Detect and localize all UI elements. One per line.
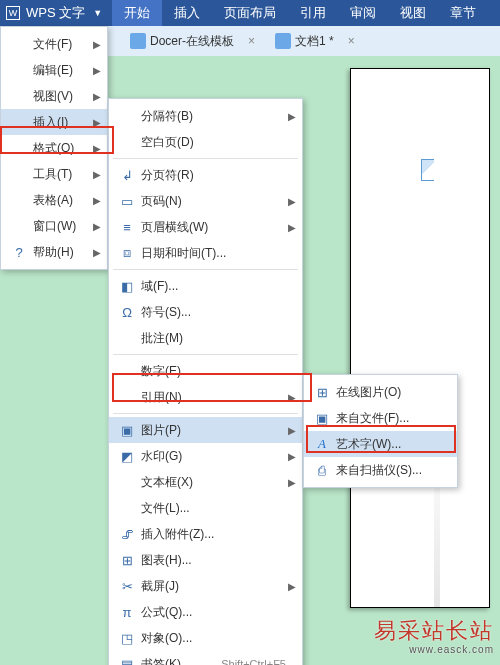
- main-menu-item-5[interactable]: 工具(T)▶: [1, 161, 107, 187]
- chevron-right-icon: ▶: [93, 195, 101, 206]
- tab-view[interactable]: 视图: [388, 0, 438, 26]
- doc-icon-2: [275, 33, 291, 49]
- insert-item-21[interactable]: ✂截屏(J)▶: [109, 573, 302, 599]
- main-menu-item-7[interactable]: 窗口(W)▶: [1, 213, 107, 239]
- ↲-icon: ↲: [117, 168, 137, 183]
- insert-label-13: 引用(N): [137, 389, 288, 406]
- insert-item-4[interactable]: ▭页码(N)▶: [109, 188, 302, 214]
- main-menu-label-2: 视图(V): [29, 88, 93, 105]
- doc-tab-1[interactable]: 文档1 *: [295, 33, 334, 50]
- main-menu-item-4[interactable]: 格式(O)▶: [1, 135, 107, 161]
- tab-insert[interactable]: 插入: [162, 0, 212, 26]
- tab-ref[interactable]: 引用: [288, 0, 338, 26]
- insert-label-24: 书签(K)...: [137, 656, 221, 666]
- insert-item-10[interactable]: 批注(M): [109, 325, 302, 351]
- tab-home[interactable]: 开始: [112, 0, 162, 26]
- ▭-icon: ▭: [117, 194, 137, 209]
- main-menu-item-6[interactable]: 表格(A)▶: [1, 187, 107, 213]
- doc-icon: [130, 33, 146, 49]
- insert-item-8[interactable]: ◧域(F)...: [109, 273, 302, 299]
- image-placeholder-icon[interactable]: [421, 159, 439, 181]
- insert-item-18[interactable]: 文件(L)...: [109, 495, 302, 521]
- main-menu-label-8: 帮助(H): [29, 244, 93, 261]
- insert-label-21: 截屏(J): [137, 578, 288, 595]
- insert-item-1[interactable]: 空白页(D): [109, 129, 302, 155]
- insert-label-23: 对象(O)...: [137, 630, 296, 647]
- insert-label-9: 符号(S)...: [137, 304, 296, 321]
- picture-submenu: ⊞在线图片(O)▣来自文件(F)...A艺术字(W)...⎙来自扫描仪(S)..…: [303, 374, 458, 488]
- main-menu-item-1[interactable]: 编辑(E)▶: [1, 57, 107, 83]
- insert-item-5[interactable]: ≡页眉横线(W)▶: [109, 214, 302, 240]
- close-icon-2[interactable]: ×: [348, 34, 355, 48]
- insert-label-1: 空白页(D): [137, 134, 296, 151]
- main-menu-label-7: 窗口(W): [29, 218, 93, 235]
- insert-item-3[interactable]: ↲分页符(R): [109, 162, 302, 188]
- chevron-right-icon: ▶: [288, 451, 296, 462]
- close-icon[interactable]: ×: [248, 34, 255, 48]
- 🖇-icon: 🖇: [117, 527, 137, 542]
- chevron-right-icon: ▶: [93, 247, 101, 258]
- watermark: 易采站长站 www.easck.com: [374, 616, 494, 655]
- title-bar: W WPS 文字 ▼ 开始 插入 页面布局 引用 审阅 视图 章节: [0, 0, 500, 26]
- insert-item-15[interactable]: ▣图片(P)▶: [109, 417, 302, 443]
- ⊞-icon: ⊞: [117, 553, 137, 568]
- insert-item-20[interactable]: ⊞图表(H)...: [109, 547, 302, 573]
- ▤-icon: ▤: [117, 657, 137, 666]
- insert-item-13[interactable]: 引用(N)▶: [109, 384, 302, 410]
- ribbon-tabs: 开始 插入 页面布局 引用 审阅 视图 章节: [112, 0, 494, 26]
- insert-item-9[interactable]: Ω符号(S)...: [109, 299, 302, 325]
- main-menu-label-5: 工具(T): [29, 166, 93, 183]
- tab-section[interactable]: 章节: [438, 0, 488, 26]
- picture-item-3[interactable]: ⎙来自扫描仪(S)...: [304, 457, 457, 483]
- main-menu-label-3: 插入(I): [29, 114, 93, 131]
- main-menu-item-2[interactable]: 视图(V)▶: [1, 83, 107, 109]
- insert-item-17[interactable]: 文本框(X)▶: [109, 469, 302, 495]
- ✂-icon: ✂: [117, 579, 137, 594]
- picture-label-1: 来自文件(F)...: [332, 410, 451, 427]
- chevron-right-icon: ▶: [93, 39, 101, 50]
- watermark-url: www.easck.com: [374, 644, 494, 655]
- main-menu-label-1: 编辑(E): [29, 62, 93, 79]
- main-menu-label-4: 格式(O): [29, 140, 93, 157]
- main-menu-item-8[interactable]: ?帮助(H)▶: [1, 239, 107, 265]
- main-menu-label-0: 文件(F): [29, 36, 93, 53]
- chevron-right-icon: ▶: [93, 117, 101, 128]
- ◧-icon: ◧: [117, 279, 137, 294]
- chevron-right-icon: ▶: [288, 581, 296, 592]
- chevron-right-icon: ▶: [288, 222, 296, 233]
- tab-layout[interactable]: 页面布局: [212, 0, 288, 26]
- insert-item-12[interactable]: 数字(E)...: [109, 358, 302, 384]
- insert-item-22[interactable]: π公式(Q)...: [109, 599, 302, 625]
- picture-label-3: 来自扫描仪(S)...: [332, 462, 451, 479]
- insert-item-6[interactable]: ⧈日期和时间(T)...: [109, 240, 302, 266]
- document-page[interactable]: [350, 68, 490, 608]
- insert-item-16[interactable]: ◩水印(G)▶: [109, 443, 302, 469]
- insert-label-16: 水印(G): [137, 448, 288, 465]
- ◩-icon: ◩: [117, 449, 137, 464]
- insert-submenu: 分隔符(B)▶空白页(D)↲分页符(R)▭页码(N)▶≡页眉横线(W)▶⧈日期和…: [108, 98, 303, 665]
- insert-item-23[interactable]: ◳对象(O)...: [109, 625, 302, 651]
- picture-item-0[interactable]: ⊞在线图片(O): [304, 379, 457, 405]
- main-menu-label-6: 表格(A): [29, 192, 93, 209]
- insert-label-10: 批注(M): [137, 330, 296, 347]
- picture-item-2[interactable]: A艺术字(W)...: [304, 431, 457, 457]
- insert-item-24[interactable]: ▤书签(K)...Shift+Ctrl+F5: [109, 651, 302, 665]
- insert-item-0[interactable]: 分隔符(B)▶: [109, 103, 302, 129]
- picture-label-0: 在线图片(O): [332, 384, 451, 401]
- main-menu-item-3[interactable]: 插入(I)▶: [1, 109, 107, 135]
- insert-label-15: 图片(P): [137, 422, 288, 439]
- doc-tab-docer[interactable]: Docer-在线模板: [150, 33, 234, 50]
- picture-item-1[interactable]: ▣来自文件(F)...: [304, 405, 457, 431]
- menu-dropdown-icon[interactable]: ▼: [93, 8, 102, 18]
- insert-label-6: 日期和时间(T)...: [137, 245, 296, 262]
- π-icon: π: [117, 605, 137, 620]
- insert-item-19[interactable]: 🖇插入附件(Z)...: [109, 521, 302, 547]
- chevron-right-icon: ▶: [288, 477, 296, 488]
- ▣-icon: ▣: [117, 423, 137, 438]
- chevron-right-icon: ▶: [288, 392, 296, 403]
- ?-icon: ?: [9, 245, 29, 260]
- main-menu-item-0[interactable]: 文件(F)▶: [1, 31, 107, 57]
- tab-review[interactable]: 审阅: [338, 0, 388, 26]
- chevron-right-icon: ▶: [93, 169, 101, 180]
- insert-label-0: 分隔符(B): [137, 108, 288, 125]
